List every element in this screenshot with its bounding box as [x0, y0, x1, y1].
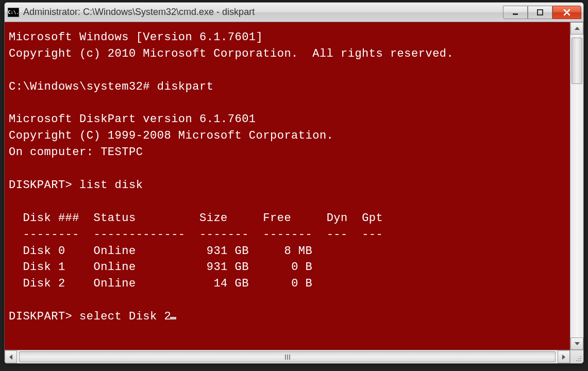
- col-sep: -------: [263, 228, 312, 241]
- maximize-button[interactable]: [528, 6, 552, 19]
- svg-point-4: [580, 358, 581, 359]
- diskpart-banner: Microsoft DiskPart version 6.1.7601: [9, 113, 256, 126]
- cmd-window: C:\. Administrator: C:\Windows\System32\…: [4, 2, 584, 364]
- scroll-track[interactable]: [570, 35, 583, 338]
- scroll-right-button[interactable]: [558, 350, 570, 363]
- table-row: Disk 0 Online 931 GB 8 MB: [23, 245, 312, 258]
- prompt-command: diskpart: [157, 80, 214, 93]
- col-sep: --------: [23, 228, 79, 241]
- computer-label: On computer:: [9, 146, 93, 159]
- computer-name: TESTPC: [100, 146, 143, 159]
- svg-point-5: [576, 360, 577, 361]
- col-sep: -------: [199, 228, 249, 241]
- scroll-up-button[interactable]: [570, 22, 583, 35]
- titlebar[interactable]: C:\. Administrator: C:\Windows\System32\…: [5, 3, 583, 22]
- col-header-dyn: Dyn: [327, 212, 348, 225]
- diskpart-banner: Copyright (C) 1999-2008 Microsoft Corpor…: [9, 129, 333, 142]
- scroll-left-button[interactable]: [5, 350, 17, 363]
- diskpart-command: select Disk 2: [79, 310, 171, 323]
- col-header-gpt: Gpt: [362, 212, 383, 225]
- scroll-thumb[interactable]: [572, 38, 582, 84]
- hscroll-thumb[interactable]: [19, 351, 556, 362]
- svg-point-7: [580, 360, 581, 361]
- terminal-output[interactable]: Microsoft Windows [Version 6.1.7601] Cop…: [5, 22, 570, 350]
- minimize-button[interactable]: [503, 6, 528, 19]
- svg-point-3: [578, 358, 579, 359]
- text-cursor: [170, 317, 176, 319]
- window-title: Administrator: C:\Windows\System32\cmd.e…: [23, 7, 503, 18]
- banner-line: Microsoft Windows [Version 6.1.7601]: [9, 31, 263, 44]
- table-row: Disk 1 Online 931 GB 0 B: [23, 261, 312, 274]
- close-button[interactable]: [552, 6, 581, 19]
- svg-rect-1: [537, 10, 543, 15]
- col-header-free: Free: [263, 212, 291, 225]
- scroll-down-button[interactable]: [570, 338, 583, 350]
- svg-point-2: [580, 356, 581, 357]
- svg-rect-0: [513, 13, 518, 15]
- col-sep: -------------: [93, 228, 185, 241]
- vertical-scrollbar[interactable]: [570, 22, 583, 350]
- table-row: Disk 2 Online 14 GB 0 B: [23, 277, 312, 290]
- resize-grip[interactable]: [570, 350, 583, 363]
- app-icon: C:\.: [8, 8, 19, 17]
- banner-line: Copyright (c) 2010 Microsoft Corporation…: [9, 47, 453, 60]
- bottom-scrollbar-row: [5, 350, 583, 363]
- diskpart-prompt: DISKPART>: [9, 179, 72, 192]
- diskpart-prompt: DISKPART>: [9, 310, 72, 323]
- terminal-area: Microsoft Windows [Version 6.1.7601] Cop…: [5, 22, 583, 350]
- hscroll-track[interactable]: [17, 350, 558, 363]
- horizontal-scrollbar[interactable]: [5, 350, 570, 363]
- col-sep: ---: [362, 228, 383, 241]
- prompt-path: C:\Windows\system32#: [9, 80, 150, 93]
- svg-point-6: [578, 360, 579, 361]
- content-area: Microsoft Windows [Version 6.1.7601] Cop…: [5, 22, 583, 363]
- window-controls: [503, 6, 581, 19]
- col-header-status: Status: [93, 212, 136, 225]
- col-header-size: Size: [199, 212, 228, 225]
- diskpart-command: list disk: [79, 179, 143, 192]
- col-header-disk: Disk ###: [23, 212, 79, 225]
- col-sep: ---: [327, 228, 348, 241]
